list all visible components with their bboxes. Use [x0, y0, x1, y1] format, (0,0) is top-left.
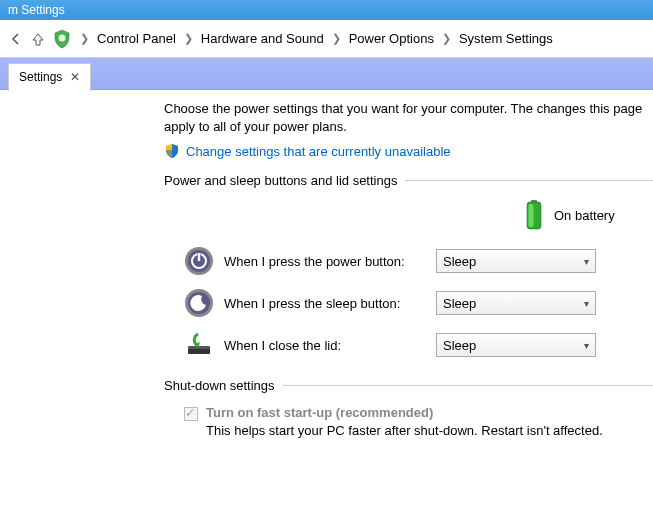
chevron-down-icon: ▾: [584, 256, 589, 267]
section-divider: [283, 385, 653, 386]
dropdown-value: Sleep: [443, 338, 476, 353]
dropdown-value: Sleep: [443, 254, 476, 269]
chevron-down-icon: ▾: [584, 298, 589, 309]
battery-column-header: On battery: [164, 200, 653, 230]
left-pane: [0, 90, 164, 438]
svg-rect-3: [529, 204, 534, 227]
chevron-down-icon: ▾: [584, 340, 589, 351]
power-button-label: When I press the power button:: [224, 254, 436, 269]
page-description: Choose the power settings that you want …: [164, 100, 653, 135]
fast-startup-checkbox[interactable]: [184, 407, 198, 421]
close-icon[interactable]: ✕: [70, 70, 80, 84]
window-title: m Settings: [8, 3, 65, 17]
main-content: Choose the power settings that you want …: [164, 90, 653, 438]
breadcrumb-control-panel[interactable]: Control Panel: [97, 31, 176, 46]
uac-shield-icon: [164, 143, 180, 159]
section-shutdown-title: Shut-down settings: [164, 378, 653, 393]
breadcrumb-bar: ❯ Control Panel ❯ Hardware and Sound ❯ P…: [0, 20, 653, 58]
tab-settings[interactable]: Settings ✕: [8, 63, 91, 91]
window-title-bar: m Settings: [0, 0, 653, 20]
fast-startup-row: Turn on fast start-up (recommended) This…: [164, 405, 653, 438]
section-title-text: Shut-down settings: [164, 378, 275, 393]
battery-icon: [524, 200, 554, 230]
breadcrumb-system-settings[interactable]: System Settings: [459, 31, 553, 46]
section-divider: [405, 180, 653, 181]
laptop-lid-icon: [184, 330, 224, 360]
close-lid-label: When I close the lid:: [224, 338, 436, 353]
battery-label: On battery: [554, 208, 615, 223]
control-panel-shield-icon: [52, 29, 72, 49]
power-button-row: When I press the power button: Sleep ▾: [164, 246, 653, 276]
tab-label: Settings: [19, 70, 62, 84]
section-title-text: Power and sleep buttons and lid settings: [164, 173, 397, 188]
svg-rect-11: [188, 346, 210, 349]
breadcrumb-separator: ❯: [332, 32, 341, 45]
svg-point-0: [59, 34, 66, 41]
fast-startup-desc: This helps start your PC faster after sh…: [206, 423, 603, 438]
dropdown-value: Sleep: [443, 296, 476, 311]
power-button-dropdown[interactable]: Sleep ▾: [436, 249, 596, 273]
sleep-button-row: When I press the sleep button: Sleep ▾: [164, 288, 653, 318]
breadcrumb-separator: ❯: [442, 32, 451, 45]
power-button-icon: [184, 246, 224, 276]
close-lid-row: When I close the lid: Sleep ▾: [164, 330, 653, 360]
sleep-button-label: When I press the sleep button:: [224, 296, 436, 311]
sleep-button-icon: [184, 288, 224, 318]
nav-back-icon[interactable]: [8, 31, 24, 47]
change-settings-row: Change settings that are currently unava…: [164, 143, 653, 159]
sleep-button-dropdown[interactable]: Sleep ▾: [436, 291, 596, 315]
tab-band: Settings ✕: [0, 58, 653, 90]
breadcrumb-hardware-sound[interactable]: Hardware and Sound: [201, 31, 324, 46]
change-settings-link[interactable]: Change settings that are currently unava…: [186, 144, 451, 159]
breadcrumb-separator: ❯: [184, 32, 193, 45]
nav-up-icon[interactable]: [30, 31, 46, 47]
section-power-sleep-title: Power and sleep buttons and lid settings: [164, 173, 653, 188]
fast-startup-label: Turn on fast start-up (recommended): [206, 405, 433, 420]
close-lid-dropdown[interactable]: Sleep ▾: [436, 333, 596, 357]
breadcrumb-separator: ❯: [80, 32, 89, 45]
breadcrumb-power-options[interactable]: Power Options: [349, 31, 434, 46]
